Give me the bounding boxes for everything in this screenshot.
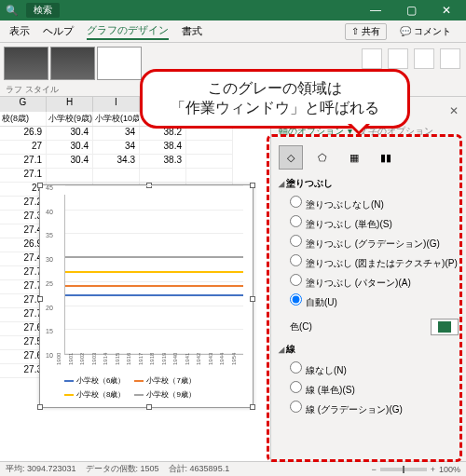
title-bar: 🔍 検索 — ▢ ✕ [0, 0, 466, 20]
tab-view[interactable]: 表示 [9, 24, 30, 38]
annotation-callout: このグレーの領域は 「作業ウィンドウ」と呼ばれる [140, 69, 410, 129]
fill-option[interactable]: 塗りつぶし (グラデーション)(G) [290, 233, 459, 252]
status-sum: 合計: 4635895.1 [169, 463, 230, 475]
style-thumb[interactable] [4, 47, 48, 80]
table-row[interactable]: 26.930.43438.2 [0, 127, 270, 141]
ribbon-group-label: ラフ スタイル [0, 84, 145, 96]
axis-chart-icon[interactable]: ▮▮ [374, 145, 398, 170]
tab-format[interactable]: 書式 [182, 24, 202, 38]
fill-option[interactable]: 塗りつぶしなし(N) [290, 194, 459, 213]
fill-option[interactable]: 塗りつぶし (図またはテクスチャ)(P) [290, 252, 459, 272]
close-window-button[interactable]: ✕ [432, 4, 460, 17]
zoom-slider[interactable] [380, 468, 427, 471]
chart-style-gallery[interactable] [0, 43, 145, 84]
style-thumb[interactable] [97, 47, 142, 80]
zoom-in-button[interactable]: + [431, 465, 435, 474]
color-label: 色(C) [290, 320, 312, 333]
chart-x-axis[interactable]: 1900190119021903191419151916191719181919… [64, 357, 243, 374]
pane-close-button[interactable]: ✕ [449, 104, 459, 117]
chart-plot-area[interactable] [64, 195, 243, 355]
line-section-header[interactable]: 線 [279, 343, 459, 356]
select-data-icon[interactable] [388, 48, 408, 69]
fill-option[interactable]: 塗りつぶし (パターン)(A) [290, 272, 459, 292]
ribbon-tabs: 表示 ヘルプ グラフのデザイン 書式 ⇧共有 💬コメント [0, 20, 466, 43]
status-bar: 平均: 3094.723031 データの個数: 1505 合計: 4635895… [0, 461, 466, 476]
worksheet[interactable]: GHIJK 校(8歳)小学校(9歳)小学校(10歳)小学校(11歳) 26.93… [0, 97, 270, 461]
change-chart-icon[interactable] [414, 48, 434, 69]
status-avg: 平均: 3094.723031 [6, 463, 76, 475]
fill-line-icon[interactable]: ◇ [279, 145, 303, 170]
move-chart-icon[interactable] [440, 48, 460, 69]
embedded-chart[interactable]: 1015202530354045 19001901190219031914191… [39, 184, 254, 408]
zoom-level[interactable]: 100% [439, 465, 460, 474]
zoom-out-button[interactable]: − [371, 465, 376, 474]
share-button[interactable]: ⇧共有 [345, 23, 387, 40]
fill-options: 塗りつぶしなし(N)塗りつぶし (単色)(S)塗りつぶし (グラデーション)(G… [279, 190, 459, 315]
maximize-button[interactable]: ▢ [397, 4, 425, 17]
switch-rowcol-icon[interactable] [362, 48, 382, 69]
line-option[interactable]: 線なし(N) [290, 360, 459, 379]
chart-legend[interactable]: 小学校（6歳）小学校（7歳）小学校（8歳）小学校（9歳） [64, 375, 243, 400]
search-box[interactable]: 検索 [26, 3, 60, 18]
search-icon: 🔍 [6, 5, 19, 17]
status-count: データの個数: 1505 [86, 463, 159, 475]
format-axis-task-pane: 軸の書式設定 ▼ ✕ 軸のオプション▾ 文字のオプション ◇ ⬠ ▦ ▮▮ 塗り… [270, 97, 466, 461]
line-option[interactable]: 線 (グラデーション)(G) [290, 399, 459, 418]
fill-option[interactable]: 塗りつぶし (単色)(S) [290, 213, 459, 233]
tab-chart-design[interactable]: グラフのデザイン [87, 23, 169, 40]
tab-help[interactable]: ヘルプ [43, 24, 74, 38]
comment-button[interactable]: 💬コメント [394, 24, 457, 39]
fill-option[interactable]: 自動(U) [290, 292, 459, 311]
table-row[interactable]: 27.130.434.338.3 [0, 155, 270, 169]
color-picker-button[interactable] [431, 319, 459, 335]
line-option[interactable]: 線 (単色)(S) [290, 379, 459, 399]
effects-icon[interactable]: ⬠ [310, 145, 335, 170]
table-row[interactable]: 2730.43438.4 [0, 141, 270, 155]
style-thumb[interactable] [50, 47, 95, 80]
table-row[interactable]: 27.1 [0, 169, 270, 183]
chart-y-axis[interactable]: 1015202530354045 [46, 191, 62, 355]
fill-section-header[interactable]: 塗りつぶし [279, 177, 459, 190]
line-options: 線なし(N)線 (単色)(S)線 (グラデーション)(G) [279, 356, 459, 422]
size-icon[interactable]: ▦ [342, 145, 366, 170]
minimize-button[interactable]: — [362, 4, 390, 17]
